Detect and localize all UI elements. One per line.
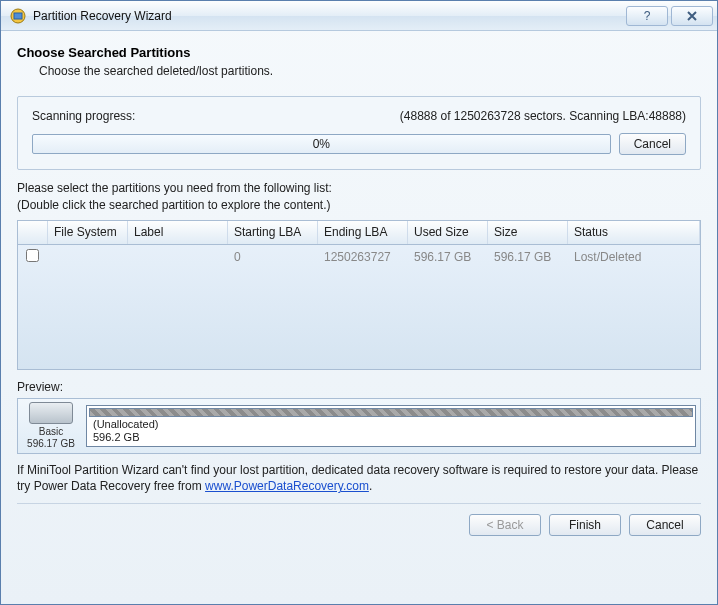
cell-label <box>128 253 228 261</box>
power-data-recovery-link[interactable]: www.PowerDataRecovery.com <box>205 479 369 493</box>
recovery-note: If MiniTool Partition Wizard can't find … <box>17 462 701 496</box>
content-area: Choose Searched Partitions Choose the se… <box>1 31 717 604</box>
cancel-button[interactable]: Cancel <box>629 514 701 536</box>
col-ending-lba[interactable]: Ending LBA <box>318 221 408 244</box>
cell-elba: 1250263727 <box>318 246 408 268</box>
footer-buttons: < Back Finish Cancel <box>17 503 701 536</box>
disk-icon: Basic 596.17 GB <box>22 402 80 450</box>
table-row[interactable]: 0 1250263727 596.17 GB 596.17 GB Lost/De… <box>18 245 700 269</box>
scan-progress-bar: 0% <box>32 134 611 154</box>
scan-percent: 0% <box>313 137 330 151</box>
disk-type: Basic <box>22 426 80 438</box>
page-title: Choose Searched Partitions <box>17 45 701 60</box>
svg-rect-1 <box>14 13 22 19</box>
back-button[interactable]: < Back <box>469 514 541 536</box>
preview-panel: Basic 596.17 GB (Unallocated) 596.2 GB <box>17 398 701 454</box>
instructions: Please select the partitions you need fr… <box>17 180 701 214</box>
scan-label: Scanning progress: <box>32 109 135 123</box>
col-checkbox <box>18 221 48 244</box>
instruction-line-1: Please select the partitions you need fr… <box>17 180 701 197</box>
titlebar: Partition Recovery Wizard ? <box>1 1 717 31</box>
col-status[interactable]: Status <box>568 221 700 244</box>
scan-cancel-button[interactable]: Cancel <box>619 133 686 155</box>
note-text-2: . <box>369 479 372 493</box>
unallocated-segment <box>89 408 693 418</box>
close-button[interactable] <box>671 6 713 26</box>
window-title: Partition Recovery Wizard <box>33 9 623 23</box>
col-label[interactable]: Label <box>128 221 228 244</box>
col-size[interactable]: Size <box>488 221 568 244</box>
segment-size: 596.2 GB <box>93 431 689 444</box>
cell-slba: 0 <box>228 246 318 268</box>
instruction-line-2: (Double click the searched partition to … <box>17 197 701 214</box>
disk-size: 596.17 GB <box>22 438 80 450</box>
cell-status: Lost/Deleted <box>568 246 700 268</box>
cell-fs <box>48 253 128 261</box>
app-icon <box>9 7 27 25</box>
table-header-row: File System Label Starting LBA Ending LB… <box>18 221 700 245</box>
row-checkbox[interactable] <box>26 249 39 262</box>
svg-text:?: ? <box>644 9 651 23</box>
disk-map[interactable]: (Unallocated) 596.2 GB <box>86 405 696 447</box>
partition-table: File System Label Starting LBA Ending LB… <box>17 220 701 370</box>
finish-button[interactable]: Finish <box>549 514 621 536</box>
col-file-system[interactable]: File System <box>48 221 128 244</box>
col-used-size[interactable]: Used Size <box>408 221 488 244</box>
page-subtitle: Choose the searched deleted/lost partiti… <box>39 64 701 78</box>
help-button[interactable]: ? <box>626 6 668 26</box>
preview-label: Preview: <box>17 380 701 394</box>
scan-panel: Scanning progress: (48888 of 1250263728 … <box>17 96 701 170</box>
partition-recovery-wizard-window: Partition Recovery Wizard ? Choose Searc… <box>0 0 718 605</box>
cell-size: 596.17 GB <box>488 246 568 268</box>
segment-name: (Unallocated) <box>93 418 689 431</box>
col-starting-lba[interactable]: Starting LBA <box>228 221 318 244</box>
cell-used: 596.17 GB <box>408 246 488 268</box>
scan-status: (48888 of 1250263728 sectors. Scanning L… <box>400 109 686 123</box>
hard-drive-icon <box>29 402 73 424</box>
